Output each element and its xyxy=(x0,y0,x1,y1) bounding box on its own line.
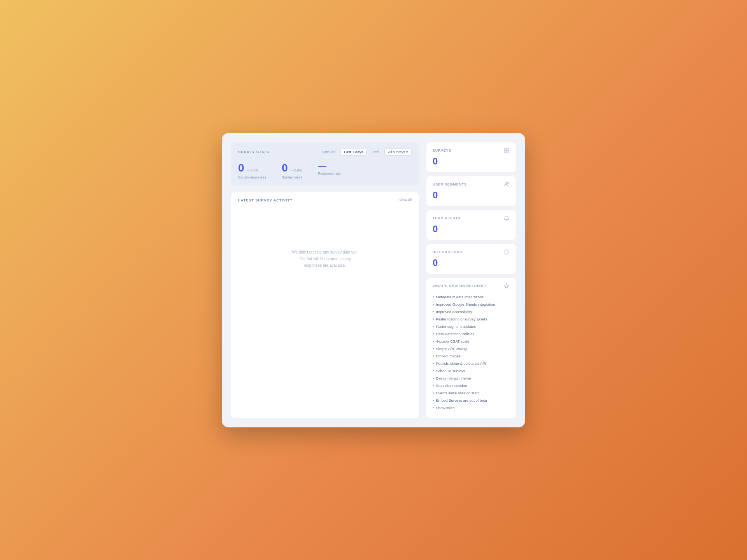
user-segments-title: USER SEGMENTS xyxy=(433,182,466,186)
whats-new-item: Faster loading of survey assets xyxy=(433,316,510,323)
whats-new-item[interactable]: Show more ... xyxy=(433,404,510,412)
whats-new-item: Improved Google Sheets integration xyxy=(433,301,510,308)
app-container: SURVEY STATS Last 24h Last 7 days Total … xyxy=(222,133,525,427)
responses-change: → 0.0% xyxy=(246,168,259,172)
views-change: → 0.0% xyxy=(290,168,302,172)
svg-rect-0 xyxy=(504,148,506,150)
activity-header: LATEST SURVEY ACTIVITY Show all xyxy=(238,198,412,202)
svg-rect-2 xyxy=(504,150,506,152)
rate-label: Response rate xyxy=(318,172,341,175)
whats-new-item: Faster segment updates xyxy=(433,323,510,331)
whats-new-item: Design default theme xyxy=(433,375,510,382)
responses-value: 0 xyxy=(238,162,244,174)
left-panel: SURVEY STATS Last 24h Last 7 days Total … xyxy=(231,142,419,418)
empty-state: We didn't receive any survey data yet. T… xyxy=(238,208,412,310)
filter-total[interactable]: Total xyxy=(368,149,382,155)
team-alerts-value: 0 xyxy=(433,224,438,234)
activity-title: LATEST SURVEY ACTIVITY xyxy=(238,198,293,202)
responses-label: Survey responses xyxy=(238,175,266,179)
grid-icon xyxy=(503,147,510,154)
whats-new-item: Embed images xyxy=(433,353,510,360)
stats-metrics: 0 → 0.0% Survey responses 0 → 0.0% Surve… xyxy=(238,162,412,179)
right-panel: SURVEYS 0 USER SEGMENTS xyxy=(426,142,516,418)
surveys-widget-value: 0 xyxy=(433,156,438,166)
star-icon xyxy=(503,283,510,289)
integrations-value: 0 xyxy=(433,257,438,268)
filter-last24h[interactable]: Last 24h xyxy=(319,149,339,155)
refresh-icon xyxy=(503,249,510,255)
whats-new-item: Metadata in data integrations xyxy=(433,294,510,301)
svg-point-5 xyxy=(507,182,509,184)
svg-marker-6 xyxy=(504,283,509,288)
surveys-widget-title: SURVEYS xyxy=(433,149,451,152)
empty-text: We didn't receive any survey data yet. T… xyxy=(292,249,358,269)
whats-new-item: Simple A/B Testing xyxy=(433,345,510,353)
metric-views: 0 → 0.0% Survey views xyxy=(282,162,302,179)
whats-new-item: Publish, clone & delete via API xyxy=(433,360,510,368)
whats-new-card: WHAT'S NEW ON REFINER? Metadata in data … xyxy=(426,278,516,418)
rate-value: — xyxy=(318,162,326,170)
metric-response-rate: — Response rate xyxy=(318,162,341,179)
svg-rect-3 xyxy=(507,150,509,152)
stats-filters: Last 24h Last 7 days Total All surveys ▾ xyxy=(319,149,412,156)
whats-new-item: 4-points CSAT scale xyxy=(433,338,510,345)
team-alerts-widget: TEAM ALERTS 0 xyxy=(426,210,516,240)
survey-stats-title: SURVEY STATS xyxy=(238,150,269,154)
whats-new-title: WHAT'S NEW ON REFINER? xyxy=(433,284,486,288)
team-alerts-title: TEAM ALERTS xyxy=(433,216,461,220)
views-value: 0 xyxy=(282,162,288,174)
user-segments-value: 0 xyxy=(433,190,438,200)
filter-last7days[interactable]: Last 7 days xyxy=(341,149,366,155)
whats-new-item: Embed Surveys are out of beta xyxy=(433,397,510,404)
whats-new-item: Schedule surveys xyxy=(433,368,510,375)
surveys-widget: SURVEYS 0 xyxy=(426,142,516,172)
show-all-link[interactable]: Show all xyxy=(398,198,412,202)
whats-new-item: Data Retention Policies xyxy=(433,331,510,338)
whats-new-item: Events since session start xyxy=(433,390,510,397)
survey-stats-card: SURVEY STATS Last 24h Last 7 days Total … xyxy=(231,142,419,186)
stats-header: SURVEY STATS Last 24h Last 7 days Total … xyxy=(238,149,412,156)
user-segments-widget: USER SEGMENTS 0 xyxy=(426,176,516,206)
bell-icon xyxy=(503,215,510,221)
integrations-widget: INTEGRATIONS 0 xyxy=(426,244,516,274)
views-label: Survey views xyxy=(282,175,302,179)
whats-new-list: Metadata in data integrationsImproved Go… xyxy=(433,294,510,412)
whats-new-item: Improved accessibility xyxy=(433,308,510,316)
users-icon xyxy=(503,181,510,187)
integrations-title: INTEGRATIONS xyxy=(433,250,462,254)
metric-responses: 0 → 0.0% Survey responses xyxy=(238,162,266,179)
activity-card: LATEST SURVEY ACTIVITY Show all We didn'… xyxy=(231,192,419,418)
svg-rect-1 xyxy=(507,148,509,150)
whats-new-item: Start client session xyxy=(433,382,510,390)
svg-point-4 xyxy=(505,182,507,184)
all-surveys-dropdown[interactable]: All surveys ▾ xyxy=(384,149,412,156)
